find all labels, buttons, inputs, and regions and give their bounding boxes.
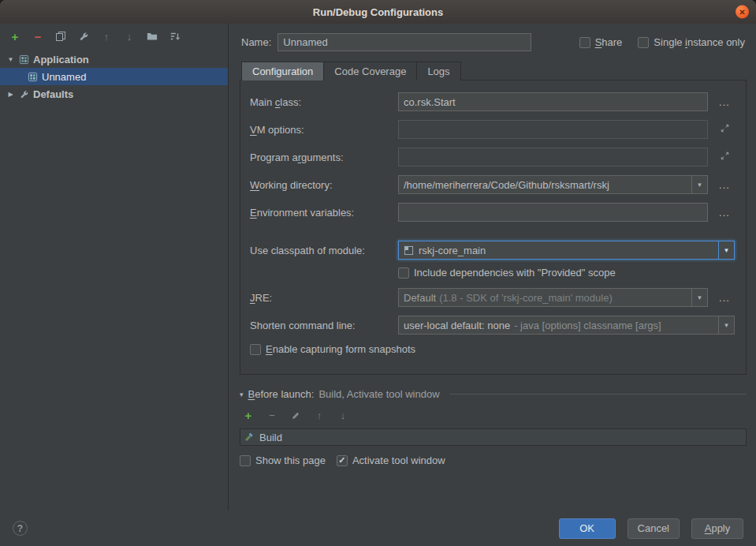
arrow-down-icon: ↓ <box>341 410 346 421</box>
shorten-command-line-hint: - java [options] classname [args] <box>510 320 661 331</box>
tree-item-application[interactable]: ▼ Application <box>0 50 228 68</box>
configurations-tree: ▼ Application Unnamed ▶ <box>0 49 228 510</box>
single-instance-checkbox[interactable]: ✓ Single instance only <box>638 36 745 48</box>
ok-button[interactable]: OK <box>559 518 616 539</box>
before-launch-toolbar: + − ↑ ↓ <box>240 400 747 428</box>
sort-configurations-button[interactable] <box>169 30 181 43</box>
tree-item-defaults[interactable]: ▶ Defaults <box>0 85 228 103</box>
chevron-down-icon: ▼ <box>724 247 730 254</box>
working-directory-text[interactable] <box>399 179 691 191</box>
configurations-sidebar: + − ↑ ↓ <box>0 24 229 510</box>
add-configuration-button[interactable]: + <box>9 30 21 43</box>
main-class-input[interactable] <box>398 92 708 111</box>
program-arguments-expand-button[interactable] <box>717 149 732 165</box>
chevron-down-icon: ▼ <box>697 294 703 301</box>
titlebar: Run/Debug Configurations ✕ <box>0 0 756 24</box>
working-directory-dropdown-button[interactable]: ▼ <box>691 176 707 193</box>
expand-icon <box>720 123 730 133</box>
edit-defaults-button[interactable] <box>77 30 90 43</box>
create-folder-button[interactable] <box>146 30 158 43</box>
close-button[interactable]: ✕ <box>736 6 749 19</box>
plus-icon: + <box>245 410 252 421</box>
chevron-expanded-icon[interactable]: ▼ <box>6 56 15 63</box>
chevron-down-icon: ▼ <box>724 322 730 329</box>
share-checkbox[interactable]: ✓ Share <box>579 36 623 48</box>
checkbox-icon: ✓ <box>250 344 261 355</box>
tree-item-unnamed[interactable]: Unnamed <box>0 68 228 85</box>
defaults-wrench-icon <box>19 89 29 99</box>
plus-icon: + <box>12 31 19 43</box>
environment-variables-text[interactable] <box>399 207 707 219</box>
program-arguments-text[interactable] <box>399 151 707 163</box>
minus-icon: − <box>269 410 275 421</box>
main-class-browse-button[interactable]: ... <box>717 95 732 110</box>
module-icon <box>404 245 414 256</box>
tab-code-coverage[interactable]: Code Coverage <box>324 62 417 80</box>
jre-combobox[interactable]: Default (1.8 - SDK of 'rskj-core_main' m… <box>398 288 708 307</box>
capture-snapshots-checkbox[interactable]: ✓ Enable capturing form snapshots <box>250 343 735 355</box>
vm-options-input[interactable] <box>398 120 708 139</box>
remove-task-button[interactable]: − <box>266 409 278 421</box>
name-label: Name: <box>241 36 271 48</box>
classpath-module-dropdown-button[interactable]: ▼ <box>718 241 734 259</box>
tab-bar: Configuration Code Coverage Logs <box>240 62 747 80</box>
remove-configuration-button[interactable]: − <box>32 30 44 43</box>
task-row-build[interactable]: Build <box>240 429 746 445</box>
application-config-icon <box>28 72 38 82</box>
vm-options-expand-button[interactable] <box>717 122 732 137</box>
tab-logs[interactable]: Logs <box>417 62 460 80</box>
working-directory-browse-button[interactable]: ... <box>717 178 732 193</box>
include-provided-checkbox[interactable]: ✓ Include dependencies with "Provided" s… <box>398 267 735 279</box>
checkbox-icon: ✓ <box>579 37 590 48</box>
wrench-icon <box>78 31 89 42</box>
apply-button[interactable]: Apply <box>691 518 743 539</box>
tab-configuration[interactable]: Configuration <box>241 62 324 80</box>
before-launch-collapse-icon[interactable]: ▾ <box>240 391 244 398</box>
sort-icon <box>169 31 181 42</box>
working-directory-combobox[interactable]: ▼ <box>398 175 708 194</box>
copy-configuration-button[interactable] <box>54 30 67 43</box>
activate-tool-window-checkbox[interactable]: ✓ Activate tool window <box>337 454 445 466</box>
application-config-icon <box>19 54 29 65</box>
environment-variables-label: Environment variables: <box>250 207 392 219</box>
help-button[interactable]: ? <box>13 521 28 536</box>
program-arguments-input[interactable] <box>398 148 708 166</box>
move-task-down-button[interactable]: ↓ <box>337 409 349 421</box>
share-checkbox-label: Share <box>595 36 623 48</box>
tree-item-label: Defaults <box>33 88 73 100</box>
include-provided-checkbox-label: Include dependencies with "Provided" sco… <box>414 267 616 279</box>
shorten-command-line-dropdown-button[interactable]: ▼ <box>718 316 734 334</box>
environment-variables-browse-button[interactable]: ... <box>717 205 732 220</box>
classpath-module-label: Use classpath of module: <box>250 245 392 256</box>
checkbox-icon: ✓ <box>337 455 348 466</box>
vm-options-text[interactable] <box>399 124 707 136</box>
jre-value-hint: (1.8 - SDK of 'rskj-core_main' module) <box>436 292 613 304</box>
move-up-button[interactable]: ↑ <box>100 30 113 43</box>
tree-item-label: Unnamed <box>42 71 86 83</box>
tree-item-label: Application <box>33 54 89 65</box>
move-task-up-button[interactable]: ↑ <box>313 409 326 421</box>
close-icon: ✕ <box>739 8 745 17</box>
environment-variables-input[interactable] <box>398 203 708 222</box>
jre-label: JRE: <box>250 292 392 304</box>
configuration-editor: Name: ✓ Share ✓ Single instance only Con… <box>229 24 756 510</box>
cancel-button[interactable]: Cancel <box>628 518 680 539</box>
move-down-button[interactable]: ↓ <box>123 30 136 43</box>
classpath-module-combobox[interactable]: rskj-core_main ▼ <box>398 241 735 260</box>
jre-value: Default <box>399 292 436 304</box>
capture-snapshots-checkbox-label: Enable capturing form snapshots <box>266 343 415 355</box>
window-title: Run/Debug Configurations <box>313 6 443 18</box>
arrow-down-icon: ↓ <box>127 32 132 42</box>
shorten-command-line-combobox[interactable]: user-local default: none - java [options… <box>398 316 735 335</box>
show-this-page-checkbox[interactable]: ✓ Show this page <box>240 454 326 466</box>
section-separator <box>449 394 747 395</box>
add-task-button[interactable]: + <box>242 409 255 421</box>
main-class-text[interactable] <box>399 96 707 108</box>
shorten-command-line-label: Shorten command line: <box>250 320 392 331</box>
edit-task-button[interactable] <box>289 409 302 421</box>
jre-dropdown-button[interactable]: ▼ <box>691 289 707 306</box>
name-input[interactable] <box>277 33 531 51</box>
configuration-tab-panel: Main class: ... VM options: <box>240 80 747 375</box>
chevron-collapsed-icon[interactable]: ▶ <box>6 91 15 98</box>
jre-browse-button[interactable]: ... <box>717 290 732 305</box>
